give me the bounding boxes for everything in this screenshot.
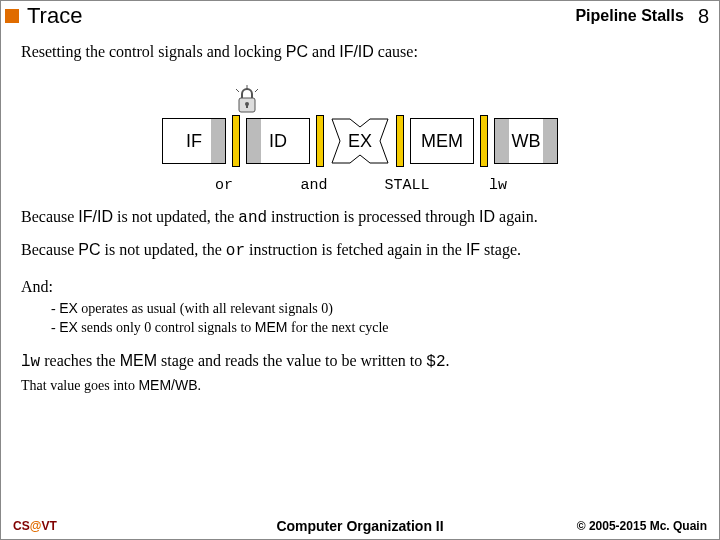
slide-number: 8 xyxy=(698,5,709,28)
bullet-1: - EX operates as usual (with all relevan… xyxy=(51,300,699,317)
label-lw: lw xyxy=(468,177,528,194)
ifid-ref: IF/ID xyxy=(78,208,113,225)
paragraph-1: Because IF/ID is not updated, the and in… xyxy=(21,208,699,227)
if-ref: IF xyxy=(466,241,480,258)
bullet-2: - EX sends only 0 control signals to MEM… xyxy=(51,319,699,336)
footer-cs: CS xyxy=(13,519,30,533)
bullet-list: - EX operates as usual (with all relevan… xyxy=(51,300,699,336)
bullet-mark: - xyxy=(51,301,59,316)
footer-left: CS@VT xyxy=(13,519,57,533)
text: reaches the xyxy=(40,352,120,369)
label-or: or xyxy=(192,177,256,194)
and-heading: And: xyxy=(21,278,699,296)
pipeline-register xyxy=(480,115,488,167)
text: for the next cycle xyxy=(287,320,388,335)
text: Because xyxy=(21,208,78,225)
pipeline-register xyxy=(396,115,404,167)
instr-and: and xyxy=(238,209,267,227)
instr-or: or xyxy=(226,242,245,260)
text: again. xyxy=(495,208,538,225)
intro-ifid: IF/ID xyxy=(339,43,374,60)
pc-ref: PC xyxy=(78,241,100,258)
pipeline-register xyxy=(232,115,240,167)
slide-title: Trace xyxy=(27,3,82,29)
ex-ref: EX xyxy=(59,319,78,335)
stage-label: WB xyxy=(512,131,541,152)
stage-id: ID xyxy=(246,118,310,164)
stage-ex: EX xyxy=(330,117,390,165)
stage-label: IF xyxy=(186,131,202,152)
text: stage. xyxy=(480,241,521,258)
intro-line: Resetting the control signals and lockin… xyxy=(21,43,699,61)
text: Because xyxy=(21,241,78,258)
svg-line-4 xyxy=(236,89,239,92)
slide-subtitle: Pipeline Stalls xyxy=(575,7,683,25)
ex-ref: EX xyxy=(59,300,78,316)
text: instruction is fetched again in the xyxy=(245,241,466,258)
label-and: and xyxy=(282,177,346,194)
paragraph-4: That value goes into MEM/WB. xyxy=(21,377,699,394)
register-ref: $2 xyxy=(426,353,445,371)
intro-text: cause: xyxy=(374,43,418,60)
text: stage and reads the value to be written … xyxy=(157,352,426,369)
intro-pc: PC xyxy=(286,43,308,60)
paragraph-2: Because PC is not updated, the or instru… xyxy=(21,241,699,260)
memwb-ref: MEM/WB xyxy=(138,377,197,393)
stage-label: MEM xyxy=(421,131,463,152)
stage-if: IF xyxy=(162,118,226,164)
bullet-mark: - xyxy=(51,320,59,335)
text: is not updated, the xyxy=(113,208,238,225)
intro-text: Resetting the control signals and lockin… xyxy=(21,43,286,60)
stage-label: EX xyxy=(330,117,390,165)
text: operates as usual (with all relevant sig… xyxy=(78,301,333,316)
stage-label: ID xyxy=(269,131,287,152)
slide-content: Resetting the control signals and lockin… xyxy=(1,31,719,400)
header-marker xyxy=(5,9,19,23)
stage-instruction-labels: or and STALL lw xyxy=(192,177,528,194)
paragraph-3: lw reaches the MEM stage and reads the v… xyxy=(21,352,699,371)
mem-ref: MEM xyxy=(255,319,288,335)
mem-ref: MEM xyxy=(120,352,157,369)
text: is not updated, the xyxy=(101,241,226,258)
stage-wb: WB xyxy=(494,118,558,164)
slide-header: Trace Pipeline Stalls 8 xyxy=(1,1,719,31)
label-stall: STALL xyxy=(372,177,442,194)
id-ref: ID xyxy=(479,208,495,225)
text: instruction is processed through xyxy=(267,208,479,225)
stage-mem: MEM xyxy=(410,118,474,164)
text: . xyxy=(198,378,202,393)
pipeline-register xyxy=(316,115,324,167)
footer-at: @ xyxy=(30,519,42,533)
text: . xyxy=(446,352,450,369)
intro-text: and xyxy=(308,43,339,60)
instr-lw: lw xyxy=(21,353,40,371)
svg-rect-2 xyxy=(246,104,248,108)
footer-right: © 2005-2015 Mc. Quain xyxy=(577,519,707,533)
pipeline-diagram: IF ID EX MEM WB xyxy=(21,81,699,194)
text: That value goes into xyxy=(21,378,138,393)
slide-footer: CS@VT Computer Organization II © 2005-20… xyxy=(1,519,719,533)
footer-vt: VT xyxy=(41,519,56,533)
footer-center: Computer Organization II xyxy=(276,518,443,534)
svg-line-5 xyxy=(255,89,258,92)
text: sends only 0 control signals to xyxy=(78,320,255,335)
